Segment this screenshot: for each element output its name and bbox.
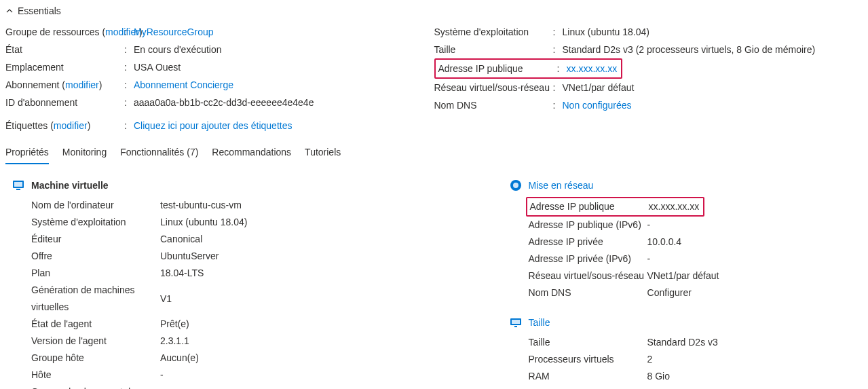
tab-properties[interactable]: Propriétés <box>5 147 49 164</box>
value-net-private-ip: 10.0.0.4 <box>647 234 682 251</box>
label-size: Taille <box>434 41 553 58</box>
value-net-private-ip6: - <box>647 251 651 267</box>
essentials-toggle[interactable]: Essentials <box>5 5 863 16</box>
label-computer-name: Nom de l'ordinateur <box>31 197 160 214</box>
value-vm-os: Linux (ubuntu 18.04) <box>160 214 247 231</box>
separator: : <box>553 96 559 114</box>
label-subscription: Abonnement (modifier) <box>5 76 124 94</box>
link-net-dns[interactable]: Configurer <box>647 284 692 301</box>
value-agent-state: Prêt(e) <box>160 316 189 333</box>
value-host: - <box>160 367 164 384</box>
section-vm: Machine virtuelle Nom de l'ordinateurtes… <box>5 179 510 389</box>
label-offer: Offre <box>31 248 160 265</box>
label-net-private-ip: Adresse IP privée <box>529 234 647 251</box>
separator: : <box>553 23 559 41</box>
label-net-public-ip: Adresse IP publique <box>527 198 649 215</box>
value-computer-name: test-ubuntu-cus-vm <box>160 197 242 214</box>
label-status: État <box>5 41 124 58</box>
separator: : <box>124 23 130 41</box>
value-plan: 18.04-LTS <box>160 265 204 282</box>
network-icon <box>510 179 522 191</box>
link-subscription-modify[interactable]: modifier <box>65 79 99 90</box>
label-plan: Plan <box>31 265 160 282</box>
label-net-public-ip6: Adresse IP publique (IPv6) <box>529 217 647 234</box>
label-size2: Taille <box>529 334 647 351</box>
separator: : <box>557 60 563 77</box>
label-agent-version: Version de l'agent <box>31 333 160 350</box>
value-ram: 8 Gio <box>647 368 670 385</box>
label-host-group: Groupe hôte <box>31 350 160 367</box>
value-net-vnet: VNet1/par défaut <box>647 267 719 284</box>
link-add-tags[interactable]: Cliquez ici pour ajouter des étiquettes <box>134 117 292 134</box>
value-agent-version: 2.3.1.1 <box>160 333 189 350</box>
value-status: En cours d'exécution <box>134 41 222 58</box>
tab-monitoring[interactable]: Monitoring <box>62 147 107 164</box>
essentials-panel: Groupe de ressources (modifier) : MyReso… <box>5 23 863 134</box>
link-dns[interactable]: Non configurées <box>563 96 632 114</box>
value-publisher: Canonical <box>160 231 202 248</box>
label-net-dns: Nom DNS <box>529 284 647 301</box>
label-net-private-ip6: Adresse IP privée (IPv6) <box>529 251 647 267</box>
link-host-group[interactable]: Aucun(e) <box>160 350 199 367</box>
value-location: USA Ouest <box>134 58 181 76</box>
label-dns: Nom DNS <box>434 96 553 114</box>
svg-rect-2 <box>16 189 20 190</box>
highlight-public-ip-networking: Adresse IP publique xx.xxx.xx.xx <box>526 197 705 217</box>
label-net-vnet: Réseau virtuel/sous-réseau <box>529 267 647 284</box>
tab-tutorials[interactable]: Tutoriels <box>305 147 341 164</box>
svg-rect-1 <box>14 182 22 187</box>
label-ram: RAM <box>529 368 647 385</box>
value-vnet: VNet1/par défaut <box>563 79 635 96</box>
tab-capabilities[interactable]: Fonctionnalités (7) <box>120 147 198 164</box>
label-agent-state: État de l'agent <box>31 316 160 333</box>
size-icon <box>510 316 522 329</box>
label-resource-group: Groupe de ressources (modifier) <box>5 23 124 41</box>
link-public-ip[interactable]: xx.xxx.xx.xx <box>567 60 618 77</box>
section-title-networking[interactable]: Mise en réseau <box>529 180 594 191</box>
link-resource-group-value[interactable]: MyResourceGroup <box>134 23 214 41</box>
section-size: Taille TailleStandard D2s v3 Processeurs… <box>510 316 868 385</box>
tab-recommendations[interactable]: Recommandations <box>212 147 291 164</box>
vm-icon <box>12 179 24 191</box>
value-os: Linux (ubuntu 18.04) <box>563 23 649 41</box>
separator: : <box>124 76 130 94</box>
label-host: Hôte <box>31 367 160 384</box>
link-tags-modify[interactable]: modifier <box>54 120 88 131</box>
svg-rect-6 <box>512 320 520 324</box>
text: Étiquettes <box>5 120 48 131</box>
separator: : <box>124 94 130 111</box>
separator: : <box>124 58 130 76</box>
label-public-ip: Adresse IP publique <box>436 60 557 77</box>
label-vm-os: Système d'exploitation <box>31 214 160 231</box>
label-tags: Étiquettes (modifier) <box>5 117 124 134</box>
highlight-public-ip-essentials: Adresse IP publique : xx.xxx.xx.xx <box>434 58 623 79</box>
svg-rect-7 <box>514 326 517 327</box>
label-location: Emplacement <box>5 58 124 76</box>
svg-point-4 <box>513 183 518 188</box>
separator: : <box>553 79 559 96</box>
label-ppg: Groupe de placement de proximité <box>31 384 160 389</box>
label-publisher: Éditeur <box>31 231 160 248</box>
chevron-up-icon <box>5 7 14 15</box>
label-os: Système d'exploitation <box>434 23 553 41</box>
section-title-size[interactable]: Taille <box>529 317 550 328</box>
section-title-vm: Machine virtuelle <box>31 180 109 191</box>
tab-bar: Propriétés Monitoring Fonctionnalités (7… <box>5 147 863 164</box>
separator: : <box>553 41 559 58</box>
essentials-left: Groupe de ressources (modifier) : MyReso… <box>5 23 434 134</box>
label-subscription-id: ID d'abonnement <box>5 94 124 111</box>
value-vcpu: 2 <box>647 351 653 368</box>
label-vnet: Réseau virtuel/sous-réseau <box>434 79 553 96</box>
essentials-right: Système d'exploitation : Linux (ubuntu 1… <box>434 23 863 134</box>
essentials-label: Essentials <box>18 5 61 16</box>
separator: : <box>124 41 130 58</box>
link-subscription-value[interactable]: Abonnement Concierge <box>134 76 233 94</box>
text: Groupe de ressources <box>5 26 100 37</box>
label-vm-gen: Génération de machines virtuelles <box>31 282 160 316</box>
link-net-public-ip[interactable]: xx.xxx.xx.xx <box>649 198 704 215</box>
value-net-public-ip6: - <box>647 217 651 234</box>
value-offer: UbuntuServer <box>160 248 219 265</box>
section-networking: Mise en réseau Adresse IP publique xx.xx… <box>510 179 868 301</box>
value-size2: Standard D2s v3 <box>647 334 718 351</box>
value-vm-gen: V1 <box>160 291 172 308</box>
